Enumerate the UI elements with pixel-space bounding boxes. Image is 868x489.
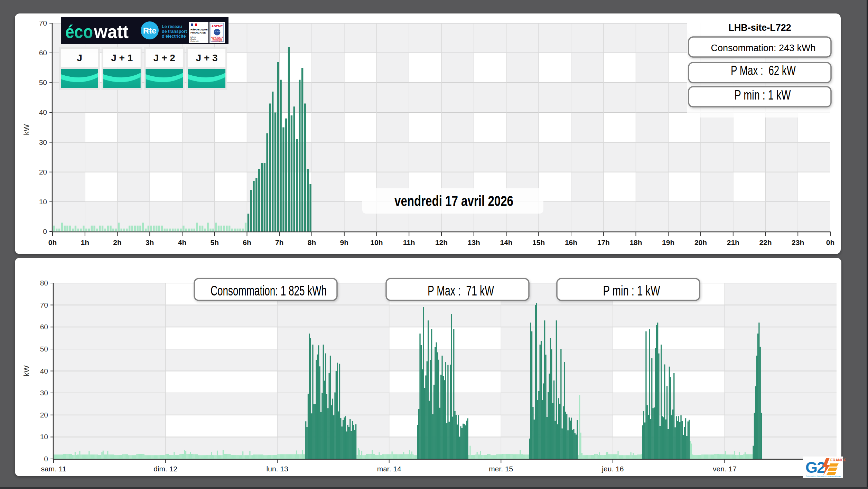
svg-text:G2: G2 [805,459,825,476]
svg-text:dim. 12: dim. 12 [153,465,177,473]
svg-text:10: 10 [39,198,47,206]
svg-text:sam. 11: sam. 11 [41,465,66,473]
svg-text:10h: 10h [370,238,383,246]
svg-text:23h: 23h [792,238,804,246]
svg-text:J + 3: J + 3 [196,53,218,63]
svg-text:RÉPUBLIQUE: RÉPUBLIQUE [190,28,208,31]
svg-text:19h: 19h [662,238,674,246]
svg-text:21h: 21h [727,238,739,246]
svg-text:J: J [77,53,82,63]
svg-text:20: 20 [40,411,48,419]
svg-text:P Max : 71 kW: P Max : 71 kW [428,283,494,298]
svg-text:30: 30 [39,138,47,146]
svg-text:10: 10 [40,433,48,441]
svg-text:Optimisation des ressources én: Optimisation des ressources énergétiques [806,475,841,477]
svg-text:4h: 4h [178,238,187,246]
svg-text:5h: 5h [211,238,219,246]
svg-text:0h: 0h [48,238,57,246]
svg-text:0: 0 [44,455,48,463]
svg-text:0h: 0h [826,238,835,246]
svg-text:50: 50 [39,78,47,86]
svg-text:70: 70 [40,301,48,309]
svg-text:40: 40 [40,367,48,375]
svg-text:80: 80 [40,279,48,287]
svg-text:ADEME: ADEME [212,25,223,28]
svg-text:15h: 15h [532,238,545,246]
svg-text:40: 40 [39,108,47,116]
svg-text:9h: 9h [340,238,349,246]
svg-text:FRANÇAISE: FRANÇAISE [190,31,206,34]
svg-text:jeu. 16: jeu. 16 [601,465,624,473]
svg-text:22h: 22h [759,238,772,246]
svg-text:17h: 17h [597,238,610,246]
svg-text:Fraternité: Fraternité [190,40,199,42]
svg-text:20: 20 [39,168,47,176]
svg-text:12h: 12h [435,238,448,246]
svg-text:éco: éco [65,21,93,42]
svg-text:FRANCE: FRANCE [830,458,846,462]
svg-text:J + 2: J + 2 [153,53,175,63]
svg-text:70: 70 [39,19,47,27]
svg-text:kW: kW [22,124,31,135]
svg-text:60: 60 [39,49,47,57]
svg-text:50: 50 [40,345,48,353]
svg-text:7h: 7h [275,238,284,246]
svg-text:30: 30 [40,389,48,397]
svg-text:P min : 1 kW: P min : 1 kW [735,87,791,102]
svg-text:kW: kW [22,365,31,376]
svg-text:2h: 2h [113,238,122,246]
svg-text:vendredi 17 avril 2026: vendredi 17 avril 2026 [394,193,513,209]
svg-text:14h: 14h [500,238,512,246]
svg-text:mar. 14: mar. 14 [377,465,401,473]
svg-text:60: 60 [40,323,48,331]
svg-text:11h: 11h [403,238,415,246]
svg-text:Rte: Rte [143,26,157,35]
svg-text:de transport: de transport [162,29,187,34]
svg-text:Consommation: 1 825 kWh: Consommation: 1 825 kWh [211,283,327,298]
svg-text:18h: 18h [629,238,642,246]
svg-text:13h: 13h [468,238,480,246]
svg-text:watt: watt [94,21,129,42]
svg-text:lun. 13: lun. 13 [267,465,288,473]
svg-text:P min : 1 kW: P min : 1 kW [603,283,660,298]
svg-text:mer. 15: mer. 15 [489,465,513,473]
svg-text:Consommation: 243 kWh: Consommation: 243 kWh [711,43,815,53]
svg-text:20h: 20h [694,238,707,246]
svg-text:ven. 17: ven. 17 [713,465,737,473]
svg-text:J + 1: J + 1 [111,53,133,63]
svg-text:P Max : 62 kW: P Max : 62 kW [731,63,796,78]
svg-text:1h: 1h [81,238,90,246]
svg-text:6h: 6h [243,238,251,246]
svg-text:3h: 3h [146,238,154,246]
svg-text:0: 0 [43,227,47,235]
svg-text:ÉCOLOGIQUE: ÉCOLOGIQUE [212,39,223,42]
svg-text:LHB-site-L722: LHB-site-L722 [728,22,791,33]
svg-text:8h: 8h [308,238,316,246]
svg-text:Le réseau: Le réseau [162,24,182,29]
svg-text:16h: 16h [565,238,577,246]
svg-text:d’électricité: d’électricité [162,34,186,39]
